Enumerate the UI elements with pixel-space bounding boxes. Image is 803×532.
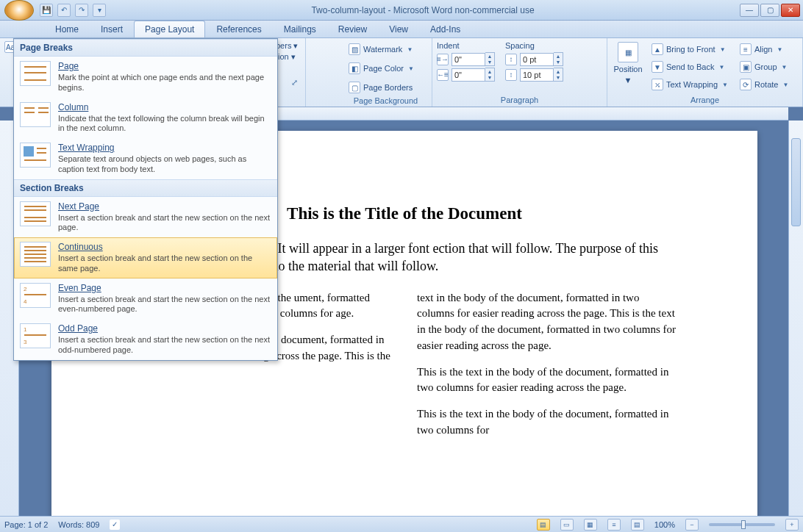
breaks-section-header: Section Breaks [14,179,277,197]
window-title: Two-column-layout - Microsoft Word non-c… [106,5,740,15]
position-icon: ▦ [618,42,638,62]
office-button[interactable] [4,0,34,21]
tab-home[interactable]: Home [44,21,90,37]
col-right-p3: This is the text in the body of the docu… [417,406,677,439]
zoom-out-button[interactable]: − [685,519,699,531]
tab-insert[interactable]: Insert [90,21,134,37]
scrollbar-thumb[interactable] [791,138,801,226]
status-bar: Page: 1 of 2 Words: 809 ✓ ▤ ▭ ▦ ≡ ▤ 100%… [0,516,803,532]
break-item-page[interactable]: PageMark the point at which one page end… [14,57,277,98]
ribbon-tabs: Home Insert Page Layout References Maili… [0,21,803,38]
tab-page-layout[interactable]: Page Layout [134,21,205,37]
breaks-dropdown: Page Breaks PageMark the point at which … [13,38,278,361]
undo-icon[interactable]: ↶ [57,4,71,17]
view-print-layout[interactable]: ▤ [537,519,550,531]
status-page[interactable]: Page: 1 of 2 [4,520,48,529]
rotate-button[interactable]: ⟳Rotate▼ [735,76,793,93]
send-back-icon: ▼ [652,61,663,73]
scrollbar-vertical[interactable] [788,121,803,516]
tab-review[interactable]: Review [327,21,378,37]
watermark-button[interactable]: ▨Watermark▼ [344,41,418,57]
col-right-p2: This is the text in the body of the docu… [417,364,677,397]
align-icon: ≡ [740,43,752,55]
close-button[interactable]: ✕ [781,4,800,17]
view-full-screen[interactable]: ▭ [560,519,574,531]
tab-mailings[interactable]: Mailings [273,21,327,37]
group-label-paragraph: Paragraph [437,95,602,105]
break-item-odd-page[interactable]: 13 Odd PageInsert a section break and st… [14,319,277,360]
quick-access-toolbar: 💾 ↶ ↷ ▾ [40,4,106,17]
next-page-thumb-icon [20,201,51,226]
break-item-next-page[interactable]: Next PageInsert a section break and star… [14,197,277,238]
break-item-even-page[interactable]: 24 Even PageInsert a section break and s… [14,278,277,320]
page-color-icon: ◧ [349,62,360,74]
group-label-page-background: Page Background [344,96,427,106]
spacing-label: Spacing [505,41,563,50]
breaks-page-header: Page Breaks [14,39,277,57]
position-button[interactable]: ▦ Position▼ [612,41,644,85]
title-bar: 💾 ↶ ↷ ▾ Two-column-layout - Microsoft Wo… [0,0,803,21]
ribbon-truncated: bers ▾ tion ▾ ⤢ [276,41,298,87]
zoom-slider[interactable] [709,523,775,526]
qat-customize-icon[interactable]: ▾ [93,4,106,17]
indent-left-input[interactable]: ▲▼ [452,52,495,66]
send-to-back-button[interactable]: ▼Send to Back▼ [647,59,732,75]
continuous-thumb-icon [20,242,51,267]
indent-label: Indent [437,41,495,50]
tab-references[interactable]: References [205,21,272,37]
column-break-thumb-icon [20,102,51,127]
status-words[interactable]: Words: 809 [58,520,99,529]
line-numbers-partial[interactable]: bers ▾ [276,41,298,51]
zoom-slider-thumb[interactable] [741,520,746,529]
save-icon[interactable]: 💾 [40,4,53,17]
tab-view[interactable]: View [378,21,419,37]
hyphenation-partial[interactable]: tion ▾ [276,52,298,62]
group-button[interactable]: ▣Group▼ [735,59,793,75]
view-draft[interactable]: ▤ [631,519,644,531]
odd-page-thumb-icon: 13 [20,323,51,348]
even-page-thumb-icon: 24 [20,283,51,308]
status-zoom[interactable]: 100% [654,520,675,529]
space-before-input[interactable]: ▲▼ [520,52,563,66]
bring-front-icon: ▲ [652,43,663,55]
proofing-icon[interactable]: ✓ [110,520,120,530]
redo-icon[interactable]: ↷ [75,4,88,17]
maximize-button[interactable]: ▢ [760,4,779,17]
view-web-layout[interactable]: ▦ [584,519,597,531]
tab-addins[interactable]: Add-Ins [419,21,471,37]
break-item-column[interactable]: ColumnIndicate that the text following t… [14,98,277,139]
zoom-in-button[interactable]: + [785,519,799,531]
indent-left-icon: ≡→ [437,54,449,65]
minimize-button[interactable]: — [740,4,759,17]
indent-right-icon: ←≡ [437,69,449,81]
bring-to-front-button[interactable]: ▲Bring to Front▼ [647,41,732,57]
text-wrap-icon: ⤰ [652,79,663,90]
view-outline[interactable]: ≡ [607,519,621,531]
rotate-icon: ⟳ [740,79,752,90]
space-after-input[interactable]: ▲▼ [520,68,563,82]
break-item-continuous[interactable]: ContinuousInsert a section break and sta… [14,237,277,278]
group-icon: ▣ [740,61,752,73]
page-color-button[interactable]: ◧Page Color▼ [344,60,418,76]
indent-right-input[interactable]: ▲▼ [452,68,495,82]
space-before-icon: ↕ [505,54,517,65]
text-wrap-break-thumb-icon [20,143,51,168]
page-break-thumb-icon [20,61,51,86]
page-borders-icon: ▢ [349,82,360,93]
watermark-icon: ▨ [349,43,360,55]
align-button[interactable]: ≡Align▼ [735,41,793,57]
page-borders-button[interactable]: ▢Page Borders [344,79,418,96]
group-label-arrange: Arrange [612,95,798,105]
text-wrapping-button[interactable]: ⤰Text Wrapping▼ [647,76,732,93]
space-after-icon: ↕ [505,69,517,81]
col-right-p1: text in the body of the document, format… [417,290,677,354]
break-item-text-wrapping[interactable]: Text WrappingSeparate text around object… [14,138,277,179]
